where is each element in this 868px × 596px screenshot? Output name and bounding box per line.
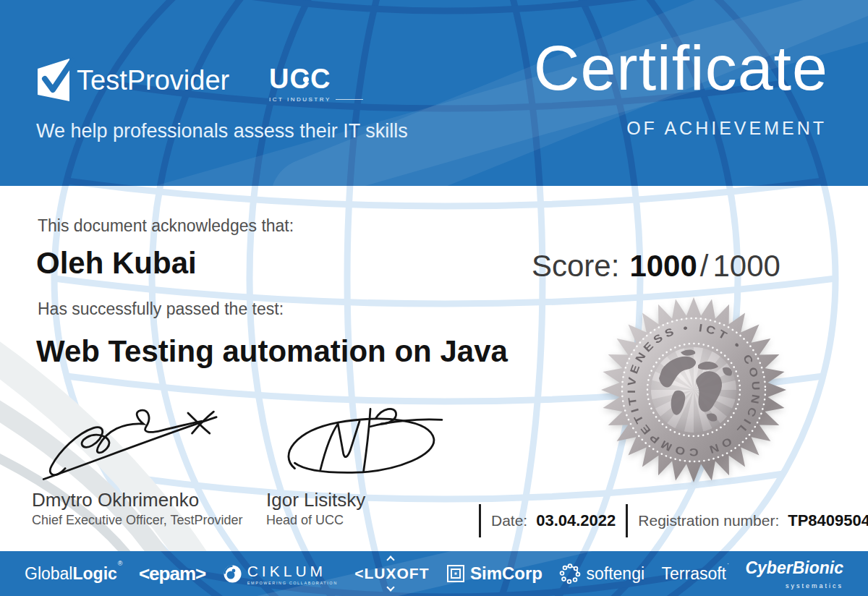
divider-bar [479, 504, 481, 537]
score-divider: / [700, 249, 709, 283]
signer-name: Dmytro Okhrimenko [32, 489, 249, 511]
signer-title: Head of UCC [266, 513, 461, 528]
signer-name: Igor Lisitsky [266, 489, 461, 511]
signer-title: Chief Executive Officer, TestProvider [32, 513, 249, 528]
score-value: 1000 [629, 249, 697, 283]
date-label: Date: [491, 512, 527, 529]
registration-value: TP84095041 [788, 511, 868, 530]
passed-label: Has successfully passed the test: [38, 299, 284, 319]
score-label: Score: [532, 249, 619, 283]
test-name: Web Testing automation on Java [36, 334, 508, 369]
recipient-name: Oleh Kubai [36, 246, 197, 281]
certificate: TestProvider UCC ICT INDUSTRY We help pr… [0, 0, 868, 596]
meta-row: Date: 03.04.2022 Registration number: TP… [479, 503, 868, 538]
signature-block-ucc: Igor Lisitsky Head of UCC [266, 404, 461, 528]
score-row: Score:1000/1000 [532, 249, 780, 284]
signature-scribble-ucc [266, 404, 454, 485]
ict-council-seal: • ICT • COUNCIL ON COMPETITIVENESS [599, 295, 788, 485]
signature-block-ceo: Dmytro Okhrimenko Chief Executive Office… [32, 404, 249, 528]
acknowledge-label: This document acknowledges that: [38, 216, 294, 236]
divider-bar [626, 504, 628, 537]
registration-label: Registration number: [638, 512, 779, 529]
score-max: 1000 [713, 249, 780, 283]
date-value: 03.04.2022 [536, 511, 616, 530]
signature-scribble-ceo [32, 404, 242, 485]
